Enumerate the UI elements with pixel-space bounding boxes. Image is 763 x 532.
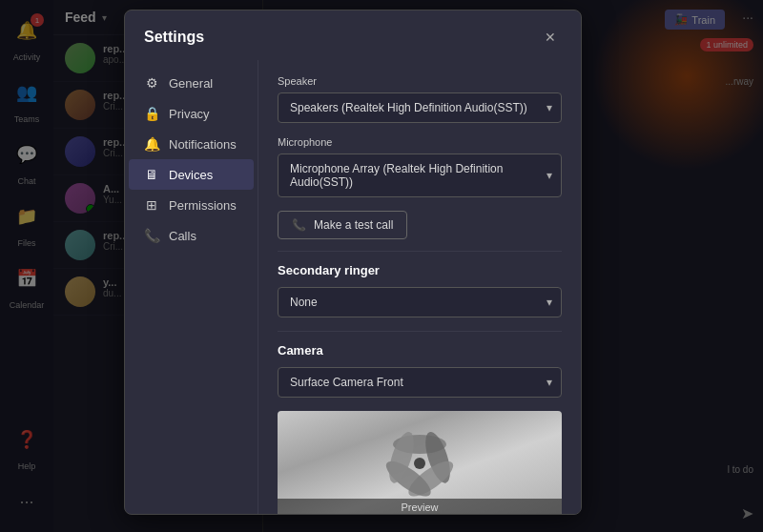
secondary-ringer-title: Secondary ringer — [278, 263, 562, 277]
separator-2 — [278, 331, 562, 332]
speaker-label: Speaker — [278, 75, 562, 87]
nav-item-notifications[interactable]: 🔔 Notifications — [129, 129, 254, 159]
settings-modal: Settings ✕ ⚙ General 🔒 Privacy 🔔 Notific… — [124, 10, 582, 515]
permissions-label: Permissions — [169, 198, 237, 213]
modal-header: Settings ✕ — [125, 10, 581, 60]
fan-preview-svg — [372, 416, 467, 501]
microphone-label: Microphone — [278, 136, 562, 148]
settings-content: Speaker Speakers (Realtek High Definitio… — [258, 60, 581, 514]
general-icon: ⚙ — [144, 75, 159, 91]
notifications-label: Notifications — [169, 137, 237, 152]
devices-icon: 🖥 — [144, 167, 159, 182]
camera-select[interactable]: Surface Camera Front — [278, 367, 562, 398]
nav-item-general[interactable]: ⚙ General — [129, 68, 254, 98]
privacy-label: Privacy — [169, 107, 210, 121]
microphone-select-wrapper: Microphone Array (Realtek High Definitio… — [278, 153, 562, 197]
nav-item-calls[interactable]: 📞 Calls — [129, 220, 254, 251]
general-label: General — [169, 76, 213, 91]
test-call-button[interactable]: 📞 Make a test call — [278, 211, 407, 239]
modal-body: ⚙ General 🔒 Privacy 🔔 Notifications 🖥 De… — [125, 60, 581, 514]
secondary-ringer-select[interactable]: None — [278, 287, 562, 317]
separator-1 — [278, 251, 562, 252]
speaker-select[interactable]: Speakers (Realtek High Definition Audio(… — [278, 92, 562, 123]
nav-item-permissions[interactable]: ⊞ Permissions — [129, 190, 254, 220]
microphone-select[interactable]: Microphone Array (Realtek High Definitio… — [278, 153, 562, 197]
settings-nav: ⚙ General 🔒 Privacy 🔔 Notifications 🖥 De… — [125, 60, 258, 514]
privacy-icon: 🔒 — [144, 106, 159, 121]
notifications-icon: 🔔 — [144, 136, 159, 152]
nav-item-devices[interactable]: 🖥 Devices — [129, 159, 254, 190]
test-call-label: Make a test call — [314, 218, 393, 232]
camera-preview: Preview — [278, 411, 562, 514]
camera-title: Camera — [278, 343, 562, 358]
svg-point-5 — [414, 458, 425, 469]
devices-label: Devices — [169, 168, 213, 182]
speaker-select-wrapper: Speakers (Realtek High Definition Audio(… — [278, 92, 562, 123]
nav-item-privacy[interactable]: 🔒 Privacy — [129, 98, 254, 129]
permissions-icon: ⊞ — [144, 197, 159, 213]
close-button[interactable]: ✕ — [539, 26, 562, 49]
secondary-ringer-select-wrapper: None ▾ — [278, 287, 562, 317]
calls-label: Calls — [169, 229, 196, 243]
modal-overlay: Settings ✕ ⚙ General 🔒 Privacy 🔔 Notific… — [0, 0, 763, 532]
calls-icon: 📞 — [144, 228, 159, 243]
test-call-icon: 📞 — [292, 218, 306, 232]
preview-label: Preview — [278, 499, 562, 514]
camera-select-wrapper: Surface Camera Front ▾ — [278, 367, 562, 398]
modal-title: Settings — [144, 29, 204, 46]
